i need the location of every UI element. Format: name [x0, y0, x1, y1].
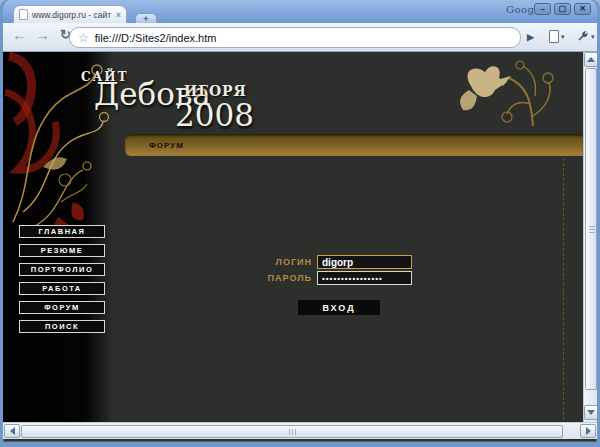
page-menu-button[interactable]: ▾	[549, 30, 565, 43]
sidebar-item-work[interactable]: РАБОТА	[19, 282, 105, 295]
login-input[interactable]	[317, 255, 412, 269]
maximize-button[interactable]: ▢	[554, 3, 571, 15]
bookmark-star-icon[interactable]: ☆	[78, 32, 89, 44]
go-button[interactable]: ▶	[527, 32, 534, 42]
horizontal-scrollbar[interactable]	[3, 422, 597, 439]
browser-toolbar: ← → ↻ ☆ file:///D:/Sites2/index.htm ▶ ▾ …	[3, 23, 597, 52]
tab-close-icon[interactable]: ×	[116, 10, 121, 20]
horizontal-scroll-thumb[interactable]	[21, 425, 563, 438]
scroll-down-button[interactable]	[584, 405, 598, 420]
scroll-right-icon	[586, 427, 591, 435]
section-header-bar: ФОРУМ	[125, 134, 583, 156]
wrench-icon	[576, 30, 589, 43]
submit-login-button[interactable]: ВХОД	[297, 299, 381, 316]
site-title-year: 2008	[175, 97, 254, 133]
minimize-button[interactable]: –	[534, 3, 551, 15]
login-label: ЛОГИН	[242, 257, 312, 267]
scroll-grip	[589, 229, 595, 230]
close-icon: ✕	[579, 4, 586, 13]
forward-icon: →	[35, 26, 50, 43]
scroll-left-button[interactable]	[4, 424, 20, 438]
floral-ornament-right	[441, 56, 559, 130]
scroll-grip	[292, 429, 293, 435]
password-label: ПАРОЛЬ	[242, 273, 312, 283]
sidebar-item-resume[interactable]: РЕЗЮМЕ	[19, 244, 105, 257]
scroll-right-button[interactable]	[580, 424, 596, 438]
close-window-button[interactable]: ✕	[574, 3, 591, 15]
sidebar-item-portfolio[interactable]: ПОРТФОЛИО	[19, 263, 105, 276]
scroll-left-icon	[10, 427, 15, 435]
vertical-scrollbar[interactable]	[583, 52, 597, 422]
browser-tab[interactable]: www.digorp.ru - сайт Деб... ×	[13, 5, 127, 23]
title-bar: www.digorp.ru - сайт Деб... × + Google –…	[3, 0, 597, 23]
scroll-up-button[interactable]	[584, 52, 598, 67]
scroll-up-icon	[587, 57, 595, 62]
back-icon: ←	[12, 26, 27, 43]
dashed-divider	[563, 158, 564, 420]
sidebar-item-main[interactable]: ГЛАВНАЯ	[19, 225, 105, 238]
go-icon: ▶	[527, 32, 534, 42]
page-menu-icon	[549, 30, 559, 43]
sidebar-nav: ГЛАВНАЯ РЕЗЮМЕ ПОРТФОЛИО РАБОТА ФОРУМ ПО…	[19, 225, 105, 339]
sidebar-item-search[interactable]: ПОИСК	[19, 320, 105, 333]
content-viewport: САЙТ Дебова ИГОРЯ 2008 ФОРУМ ГЛАВНАЯ РЕЗ…	[3, 52, 597, 422]
address-bar[interactable]: ☆ file:///D:/Sites2/index.htm	[69, 27, 521, 48]
window-controls: – ▢ ✕	[534, 3, 591, 15]
forward-button[interactable]: →	[35, 26, 50, 43]
scroll-down-icon	[587, 410, 595, 415]
tools-menu-button[interactable]: ▾	[576, 30, 595, 43]
vertical-scroll-thumb[interactable]	[585, 68, 597, 390]
password-input[interactable]	[317, 271, 412, 285]
section-header-label: ФОРУМ	[149, 141, 184, 150]
browser-window: www.digorp.ru - сайт Деб... × + Google –…	[0, 0, 600, 447]
page-icon	[19, 9, 28, 20]
back-button[interactable]: ←	[12, 26, 27, 43]
url-text: file:///D:/Sites2/index.htm	[95, 32, 217, 44]
tab-title: www.digorp.ru - сайт Деб...	[32, 10, 112, 20]
sidebar-item-forum[interactable]: ФОРУМ	[19, 301, 105, 314]
chevron-down-icon: ▾	[561, 33, 565, 41]
chevron-down-icon: ▾	[591, 33, 595, 41]
minimize-icon: –	[540, 4, 544, 13]
maximize-icon: ▢	[559, 4, 567, 13]
web-page: САЙТ Дебова ИГОРЯ 2008 ФОРУМ ГЛАВНАЯ РЕЗ…	[3, 52, 583, 422]
